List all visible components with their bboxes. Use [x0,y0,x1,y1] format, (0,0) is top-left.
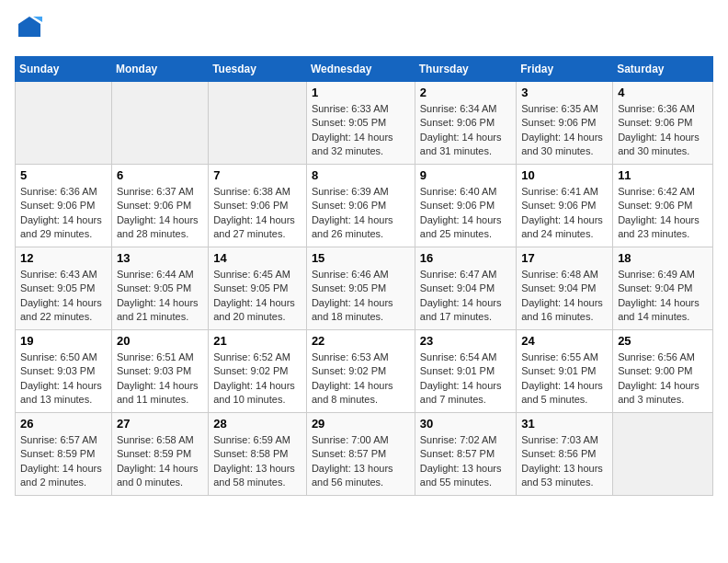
weekday-header-row: SundayMondayTuesdayWednesdayThursdayFrid… [16,57,713,82]
calendar-week-row: 26Sunrise: 6:57 AMSunset: 8:59 PMDayligh… [16,413,713,496]
day-number: 23 [420,334,511,348]
calendar-day-cell: 5Sunrise: 6:36 AMSunset: 9:06 PMDaylight… [16,165,112,247]
calendar-day-cell: 12Sunrise: 6:43 AMSunset: 9:05 PMDayligh… [16,247,112,330]
day-number: 9 [420,168,511,182]
calendar-day-cell: 3Sunrise: 6:35 AMSunset: 9:06 PMDaylight… [517,82,613,165]
day-info: Sunrise: 6:41 AMSunset: 9:06 PMDaylight:… [521,185,608,242]
day-info: Sunrise: 6:36 AMSunset: 9:06 PMDaylight:… [618,102,708,159]
calendar-day-cell: 25Sunrise: 6:56 AMSunset: 9:00 PMDayligh… [613,330,713,413]
day-number: 20 [117,334,203,348]
day-info: Sunrise: 6:45 AMSunset: 9:05 PMDaylight:… [213,268,301,325]
day-number: 8 [312,168,410,182]
day-number: 26 [20,417,107,431]
day-number: 31 [521,417,608,431]
weekday-header: Saturday [613,57,713,82]
calendar-day-cell: 15Sunrise: 6:46 AMSunset: 9:05 PMDayligh… [306,247,415,330]
calendar-day-cell: 10Sunrise: 6:41 AMSunset: 9:06 PMDayligh… [517,165,613,247]
calendar-day-cell: 9Sunrise: 6:40 AMSunset: 9:06 PMDaylight… [415,165,516,247]
calendar-day-cell [111,82,208,165]
calendar-day-cell: 2Sunrise: 6:34 AMSunset: 9:06 PMDaylight… [415,82,516,165]
weekday-header: Thursday [415,57,516,82]
calendar-day-cell [209,82,307,165]
day-info: Sunrise: 6:34 AMSunset: 9:06 PMDaylight:… [420,102,511,159]
calendar-day-cell: 4Sunrise: 6:36 AMSunset: 9:06 PMDaylight… [613,82,713,165]
weekday-header: Monday [111,57,208,82]
day-info: Sunrise: 6:51 AMSunset: 9:03 PMDaylight:… [117,350,203,408]
day-number: 10 [521,168,608,182]
calendar-day-cell: 19Sunrise: 6:50 AMSunset: 9:03 PMDayligh… [16,330,112,413]
weekday-header: Friday [517,57,613,82]
day-info: Sunrise: 6:37 AMSunset: 9:06 PMDaylight:… [117,185,203,242]
calendar-table: SundayMondayTuesdayWednesdayThursdayFrid… [15,56,713,496]
day-number: 11 [618,168,708,182]
day-info: Sunrise: 6:52 AMSunset: 9:02 PMDaylight:… [213,350,301,408]
day-number: 19 [20,334,107,348]
weekday-header: Wednesday [306,57,415,82]
calendar-day-cell: 30Sunrise: 7:02 AMSunset: 8:57 PMDayligh… [415,413,516,496]
calendar-day-cell: 21Sunrise: 6:52 AMSunset: 9:02 PMDayligh… [209,330,307,413]
day-info: Sunrise: 6:50 AMSunset: 9:03 PMDaylight:… [20,350,107,408]
svg-marker-0 [18,17,40,37]
day-number: 12 [20,251,107,265]
day-number: 21 [213,334,301,348]
calendar-day-cell: 18Sunrise: 6:49 AMSunset: 9:04 PMDayligh… [613,247,713,330]
day-number: 27 [117,417,203,431]
calendar-day-cell: 27Sunrise: 6:58 AMSunset: 8:59 PMDayligh… [111,413,208,496]
day-info: Sunrise: 6:36 AMSunset: 9:06 PMDaylight:… [20,185,107,242]
calendar-day-cell: 7Sunrise: 6:38 AMSunset: 9:06 PMDaylight… [209,165,307,247]
calendar-day-cell: 20Sunrise: 6:51 AMSunset: 9:03 PMDayligh… [111,330,208,413]
calendar-day-cell: 29Sunrise: 7:00 AMSunset: 8:57 PMDayligh… [306,413,415,496]
calendar-day-cell: 14Sunrise: 6:45 AMSunset: 9:05 PMDayligh… [209,247,307,330]
calendar-week-row: 12Sunrise: 6:43 AMSunset: 9:05 PMDayligh… [16,247,713,330]
calendar-day-cell: 11Sunrise: 6:42 AMSunset: 9:06 PMDayligh… [613,165,713,247]
calendar-day-cell: 16Sunrise: 6:47 AMSunset: 9:04 PMDayligh… [415,247,516,330]
calendar-day-cell: 6Sunrise: 6:37 AMSunset: 9:06 PMDaylight… [111,165,208,247]
calendar-day-cell: 24Sunrise: 6:55 AMSunset: 9:01 PMDayligh… [517,330,613,413]
logo-icon [17,15,42,40]
calendar-day-cell [16,82,112,165]
day-number: 6 [117,168,203,182]
day-number: 3 [521,86,608,99]
day-number: 15 [312,251,410,265]
day-info: Sunrise: 6:49 AMSunset: 9:04 PMDaylight:… [618,268,708,325]
day-info: Sunrise: 6:47 AMSunset: 9:04 PMDaylight:… [420,268,511,325]
day-info: Sunrise: 6:48 AMSunset: 9:04 PMDaylight:… [521,268,608,325]
day-number: 1 [312,86,410,99]
day-info: Sunrise: 6:35 AMSunset: 9:06 PMDaylight:… [521,102,608,159]
day-info: Sunrise: 6:59 AMSunset: 8:58 PMDaylight:… [213,433,301,490]
day-info: Sunrise: 6:56 AMSunset: 9:00 PMDaylight:… [618,350,708,408]
calendar-day-cell: 17Sunrise: 6:48 AMSunset: 9:04 PMDayligh… [517,247,613,330]
day-info: Sunrise: 6:40 AMSunset: 9:06 PMDaylight:… [420,185,511,242]
calendar-day-cell: 28Sunrise: 6:59 AMSunset: 8:58 PMDayligh… [209,413,307,496]
day-info: Sunrise: 6:53 AMSunset: 9:02 PMDaylight:… [312,350,410,408]
page-header [15,15,713,45]
logo-text [15,15,42,45]
calendar-day-cell: 31Sunrise: 7:03 AMSunset: 8:56 PMDayligh… [517,413,613,496]
day-info: Sunrise: 6:43 AMSunset: 9:05 PMDaylight:… [20,268,107,325]
weekday-header: Sunday [16,57,112,82]
day-number: 18 [618,251,708,265]
calendar-day-cell: 22Sunrise: 6:53 AMSunset: 9:02 PMDayligh… [306,330,415,413]
day-number: 16 [420,251,511,265]
weekday-header: Tuesday [209,57,307,82]
day-number: 14 [213,251,301,265]
day-number: 22 [312,334,410,348]
day-number: 28 [213,417,301,431]
day-info: Sunrise: 7:02 AMSunset: 8:57 PMDaylight:… [420,433,511,490]
calendar-week-row: 1Sunrise: 6:33 AMSunset: 9:05 PMDaylight… [16,82,713,165]
calendar-day-cell: 1Sunrise: 6:33 AMSunset: 9:05 PMDaylight… [306,82,415,165]
calendar-day-cell [613,413,713,496]
day-number: 29 [312,417,410,431]
day-number: 30 [420,417,511,431]
calendar-day-cell: 26Sunrise: 6:57 AMSunset: 8:59 PMDayligh… [16,413,112,496]
day-number: 4 [618,86,708,99]
day-number: 25 [618,334,708,348]
day-info: Sunrise: 7:00 AMSunset: 8:57 PMDaylight:… [312,433,410,490]
day-info: Sunrise: 7:03 AMSunset: 8:56 PMDaylight:… [521,433,608,490]
day-info: Sunrise: 6:54 AMSunset: 9:01 PMDaylight:… [420,350,511,408]
day-info: Sunrise: 6:46 AMSunset: 9:05 PMDaylight:… [312,268,410,325]
calendar-day-cell: 13Sunrise: 6:44 AMSunset: 9:05 PMDayligh… [111,247,208,330]
day-info: Sunrise: 6:42 AMSunset: 9:06 PMDaylight:… [618,185,708,242]
day-info: Sunrise: 6:39 AMSunset: 9:06 PMDaylight:… [312,185,410,242]
day-number: 13 [117,251,203,265]
